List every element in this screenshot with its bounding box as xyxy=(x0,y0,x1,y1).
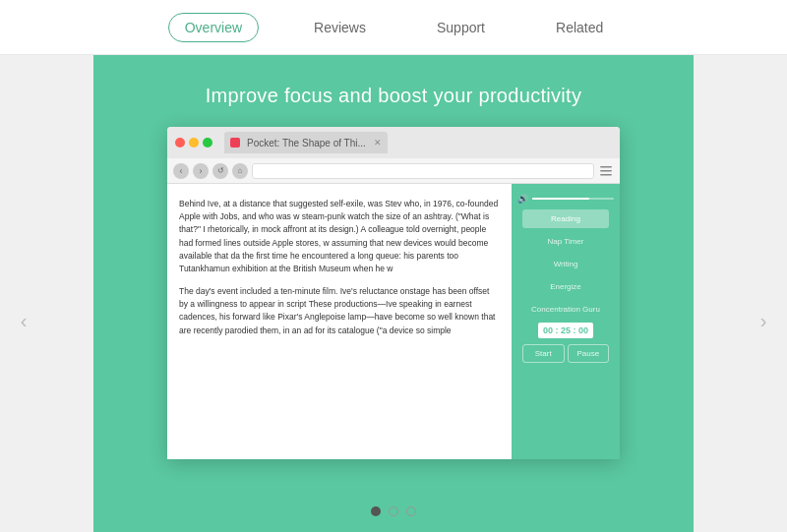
tab-close[interactable]: ✕ xyxy=(374,138,382,148)
pocket-favicon xyxy=(230,138,240,148)
dot-2[interactable] xyxy=(389,506,398,516)
volume-row: 🔊 xyxy=(517,192,614,206)
address-bar[interactable] xyxy=(252,163,594,179)
browser-menu-icon[interactable] xyxy=(598,163,614,179)
svg-rect-0 xyxy=(600,166,612,168)
traffic-lights xyxy=(175,138,212,148)
browser-mockup: Pocket: The Shape of Thi... ✕ ‹ › ↺ ⌂ xyxy=(167,127,620,459)
svg-rect-2 xyxy=(600,174,612,176)
tab-reviews[interactable]: Reviews xyxy=(298,14,382,41)
forward-btn[interactable]: › xyxy=(193,163,209,179)
prev-arrow[interactable]: ‹ xyxy=(8,306,39,337)
back-btn[interactable]: ‹ xyxy=(173,163,189,179)
article-paragraph-2: The day's event included a ten-minute fi… xyxy=(179,285,500,337)
header-nav: Overview Reviews Support Related xyxy=(0,0,787,55)
article-paragraph-1: Behind Ive, at a distance that suggested… xyxy=(179,198,500,275)
browser-toolbar: ‹ › ↺ ⌂ xyxy=(167,158,620,184)
volume-bar[interactable] xyxy=(532,198,614,200)
minimize-dot xyxy=(189,138,199,148)
nap-timer-btn[interactable]: Nap Timer xyxy=(522,232,609,251)
start-btn[interactable]: Start xyxy=(522,344,565,363)
timer-action-btns: Start Pause xyxy=(522,344,609,363)
tab-support[interactable]: Support xyxy=(421,14,501,41)
energize-btn[interactable]: Energize xyxy=(522,277,609,296)
volume-fill xyxy=(532,198,589,200)
green-banner: Improve focus and boost your productivit… xyxy=(93,55,694,532)
browser-content: Behind Ive, at a distance that suggested… xyxy=(167,184,620,459)
tab-overview[interactable]: Overview xyxy=(168,13,259,42)
tab-related[interactable]: Related xyxy=(540,14,619,41)
close-dot xyxy=(175,138,185,148)
concentration-btn[interactable]: Concentration Guru xyxy=(522,300,609,319)
fullscreen-dot xyxy=(203,138,212,148)
reload-btn[interactable]: ↺ xyxy=(212,163,228,179)
main-content: ‹ Improve focus and boost your productiv… xyxy=(0,55,787,532)
pagination-dots xyxy=(371,506,416,516)
browser-tab: Pocket: The Shape of Thi... ✕ xyxy=(224,132,388,153)
svg-rect-1 xyxy=(600,170,612,172)
browser-chrome: Pocket: The Shape of Thi... ✕ xyxy=(167,127,620,158)
volume-icon: 🔊 xyxy=(517,194,528,204)
dot-1[interactable] xyxy=(371,506,381,516)
banner-title: Improve focus and boost your productivit… xyxy=(206,85,582,107)
reading-mode-btn[interactable]: Reading xyxy=(522,209,609,228)
article-area: Behind Ive, at a distance that suggested… xyxy=(167,184,512,459)
focus-panel: 🔊 Reading Nap Timer Writing Energize Con… xyxy=(512,184,620,459)
timer-display: 00 : 25 : 00 xyxy=(538,323,593,338)
next-arrow[interactable]: › xyxy=(748,306,779,337)
tab-title: Pocket: The Shape of Thi... xyxy=(247,138,366,148)
pause-btn[interactable]: Pause xyxy=(568,344,610,363)
writing-mode-btn[interactable]: Writing xyxy=(522,255,609,273)
home-btn[interactable]: ⌂ xyxy=(232,163,248,179)
dot-3[interactable] xyxy=(406,506,416,516)
